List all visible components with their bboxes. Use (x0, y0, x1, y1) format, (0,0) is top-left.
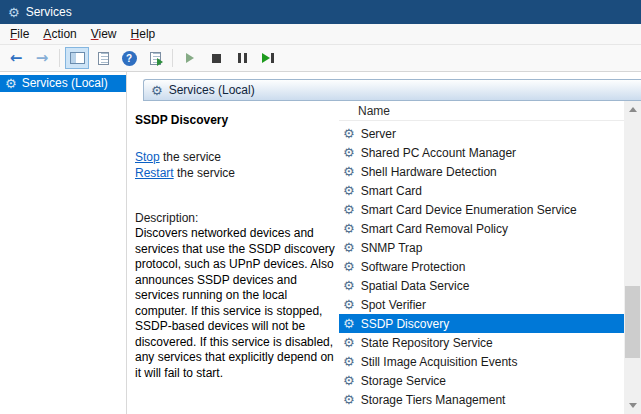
header-gear-icon: ⚙ (151, 84, 163, 97)
pause-service-icon[interactable] (230, 47, 254, 69)
toolbar-separator (172, 49, 173, 67)
service-gear-icon: ⚙ (343, 222, 355, 235)
service-name: SNMP Trap (361, 241, 423, 255)
pause-glyph (238, 53, 247, 63)
extended-pane: SSDP Discovery Stop the service Restart … (127, 101, 339, 414)
service-name: Spatial Data Service (361, 279, 470, 293)
service-row[interactable]: ⚙ Smart Card Removal Policy (339, 219, 624, 238)
menu-file[interactable]: File (3, 25, 36, 43)
service-name: Smart Card Removal Policy (361, 222, 508, 236)
panes: SSDP Discovery Stop the service Restart … (127, 101, 641, 414)
forward-icon[interactable]: → (30, 47, 54, 69)
stop-glyph (212, 54, 221, 63)
console-tree-panel: ⚙ Services (Local) (0, 72, 127, 414)
stop-service-link[interactable]: Stop (135, 150, 160, 164)
tree-item-label: Services (Local) (22, 76, 108, 90)
column-header-label: Name (358, 104, 390, 118)
service-name: Smart Card (361, 184, 422, 198)
service-row[interactable]: ⚙ Smart Card (339, 181, 624, 200)
service-name: Shared PC Account Manager (361, 146, 516, 160)
service-name: Software Protection (361, 260, 466, 274)
service-listview: Name ⚙ Server ⚙ Shared PC Account Manage… (339, 101, 641, 414)
service-gear-icon: ⚙ (343, 184, 355, 197)
service-row[interactable]: ⚙ Shared PC Account Manager (339, 143, 624, 162)
service-row[interactable]: ⚙ SSDP Discovery (339, 314, 624, 333)
stop-service-suffix: the service (160, 150, 221, 164)
vertical-scrollbar[interactable] (624, 101, 641, 414)
export-glyph (150, 52, 161, 65)
service-links: Stop the service Restart the service (135, 149, 331, 181)
service-gear-icon: ⚙ (343, 241, 355, 254)
play-glyph (186, 53, 194, 63)
main-content: ⚙ Services (Local) ⚙ Services (Local) SS… (0, 72, 641, 414)
view-header-tab[interactable]: ⚙ Services (Local) (143, 79, 641, 101)
menu-help[interactable]: Help (124, 25, 163, 43)
help-glyph: ? (122, 51, 137, 66)
back-arrow-glyph: ← (10, 51, 23, 66)
properties-icon[interactable] (91, 47, 115, 69)
service-list-rows: ⚙ Server ⚙ Shared PC Account Manager ⚙ S… (339, 124, 624, 414)
stop-service-line: Stop the service (135, 149, 331, 165)
service-row[interactable]: ⚙ Server (339, 124, 624, 143)
back-icon[interactable]: ← (4, 47, 28, 69)
restart-glyph (262, 53, 274, 63)
show-console-tree-icon[interactable] (65, 47, 89, 69)
service-row[interactable]: ⚙ Smart Card Device Enumeration Service (339, 200, 624, 219)
services-window: ⚙ Services File Action View Help ← → ? ⚙… (0, 0, 641, 414)
service-row[interactable]: ⚙ Spatial Data Service (339, 276, 624, 295)
service-row[interactable]: ⚙ State Repository Service (339, 333, 624, 352)
service-gear-icon: ⚙ (343, 146, 355, 159)
scroll-down-icon[interactable] (624, 397, 641, 414)
restart-service-suffix: the service (174, 166, 235, 180)
menu-view[interactable]: View (84, 25, 124, 43)
service-row[interactable]: ⚙ Software Protection (339, 257, 624, 276)
menu-bar: File Action View Help (0, 24, 641, 45)
toolbar-separator (59, 49, 60, 67)
service-name: Shell Hardware Detection (361, 165, 497, 179)
start-service-icon[interactable] (178, 47, 202, 69)
service-gear-icon: ⚙ (343, 355, 355, 368)
service-gear-icon: ⚙ (343, 336, 355, 349)
service-row[interactable]: ⚙ SNMP Trap (339, 238, 624, 257)
restart-service-icon[interactable] (256, 47, 280, 69)
help-icon[interactable]: ? (117, 47, 141, 69)
window-title: Services (26, 5, 72, 19)
title-bar: ⚙ Services (0, 0, 641, 24)
service-gear-icon: ⚙ (343, 317, 355, 330)
service-row[interactable]: ⚙ Spot Verifier (339, 295, 624, 314)
restart-service-line: Restart the service (135, 165, 331, 181)
services-gear-icon: ⚙ (5, 77, 17, 90)
export-list-icon[interactable] (143, 47, 167, 69)
app-gear-icon: ⚙ (8, 6, 20, 19)
stop-service-icon[interactable] (204, 47, 228, 69)
column-header-name[interactable]: Name (339, 101, 641, 121)
service-name: State Repository Service (361, 336, 493, 350)
service-gear-icon: ⚙ (343, 393, 355, 406)
restart-service-link[interactable]: Restart (135, 166, 174, 180)
view-header-title: Services (Local) (169, 83, 255, 97)
service-row[interactable]: ⚙ Storage Service (339, 371, 624, 390)
service-row[interactable]: ⚙ Storage Tiers Management (339, 390, 624, 409)
service-name: SSDP Discovery (361, 317, 449, 331)
menu-action[interactable]: Action (36, 25, 83, 43)
description-text: Discovers networked devices and services… (135, 226, 337, 381)
service-gear-icon: ⚙ (343, 298, 355, 311)
service-gear-icon: ⚙ (343, 374, 355, 387)
service-gear-icon: ⚙ (343, 127, 355, 140)
service-name: Storage Service (361, 374, 446, 388)
service-gear-icon: ⚙ (343, 260, 355, 273)
service-name: Still Image Acquisition Events (361, 355, 518, 369)
scrollbar-thumb[interactable] (625, 286, 640, 358)
service-name: Spot Verifier (361, 298, 426, 312)
doc-glyph (98, 52, 109, 65)
forward-arrow-glyph: → (36, 51, 49, 66)
selected-service-title: SSDP Discovery (135, 113, 331, 127)
scroll-up-icon[interactable] (624, 101, 641, 118)
service-row[interactable]: ⚙ Shell Hardware Detection (339, 162, 624, 181)
toolbar: ← → ? (0, 45, 641, 72)
tree-item-services-local[interactable]: ⚙ Services (Local) (0, 75, 126, 92)
service-name: Smart Card Device Enumeration Service (361, 203, 577, 217)
details-panel: ⚙ Services (Local) SSDP Discovery Stop t… (127, 72, 641, 414)
service-row[interactable]: ⚙ Still Image Acquisition Events (339, 352, 624, 371)
service-gear-icon: ⚙ (343, 279, 355, 292)
